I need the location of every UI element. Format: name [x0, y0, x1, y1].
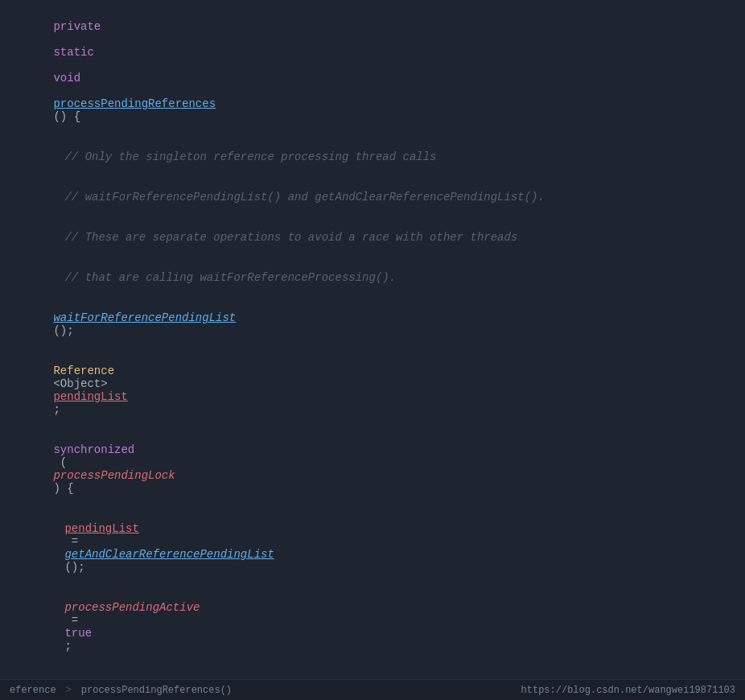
url-display: https://blog.csdn.net/wangwei19871103 — [521, 685, 735, 696]
keyword-synchronized: synchronized — [53, 443, 134, 456]
code-line: waitForReferencePendingList (); — [0, 298, 745, 351]
breadcrumb-separator: > — [66, 685, 72, 696]
comment: // These are separate operations to avoi… — [64, 231, 517, 244]
var-processpendingactive: processPendingActive — [64, 601, 200, 614]
breadcrumb-method: processPendingReferences() — [81, 685, 232, 696]
code-line: synchronized ( processPendingLock ) { — [0, 430, 745, 509]
code-line: // These are separate operations to avoi… — [0, 217, 745, 257]
code-line: // that are calling waitForReferenceProc… — [0, 257, 745, 298]
breadcrumb: eference > processPendingReferences() — [10, 685, 232, 696]
var-pendinglist: pendingList — [64, 522, 138, 535]
method-name: processPendingReferences — [53, 97, 216, 110]
keyword-true: true — [64, 627, 92, 640]
code-line: pendingList = getAndClearReferencePendin… — [0, 509, 745, 587]
keyword-private: private — [53, 20, 101, 33]
code-line: processPendingActive = true ; — [0, 587, 745, 666]
var-pendinglist: pendingList — [53, 390, 127, 403]
code-line: Reference <Object> pendingList ; — [0, 351, 745, 430]
comment: // that are calling waitForReferenceProc… — [64, 271, 396, 284]
code-line: // waitForReferencePendingList() and get… — [0, 177, 745, 217]
code-line: // Only the singleton reference processi… — [0, 137, 745, 177]
code-editor: private static void processPendingRefere… — [0, 0, 745, 700]
var-processpendinglock: processPendingLock — [53, 469, 175, 482]
status-bar: eference > processPendingReferences() ht… — [0, 679, 745, 700]
code-line: private static void processPendingRefere… — [0, 6, 745, 137]
type-reference: Reference — [53, 364, 114, 377]
method-getandclear: getAndClearReferencePendingList — [64, 548, 274, 561]
keyword-static: static — [53, 46, 93, 59]
keyword-void: void — [53, 72, 80, 84]
method-call: waitForReferencePendingList — [53, 311, 236, 324]
breadcrumb-reference: eference — [10, 685, 56, 696]
comment: // waitForReferencePendingList() and get… — [64, 191, 545, 204]
comment: // Only the singleton reference processi… — [64, 150, 436, 163]
